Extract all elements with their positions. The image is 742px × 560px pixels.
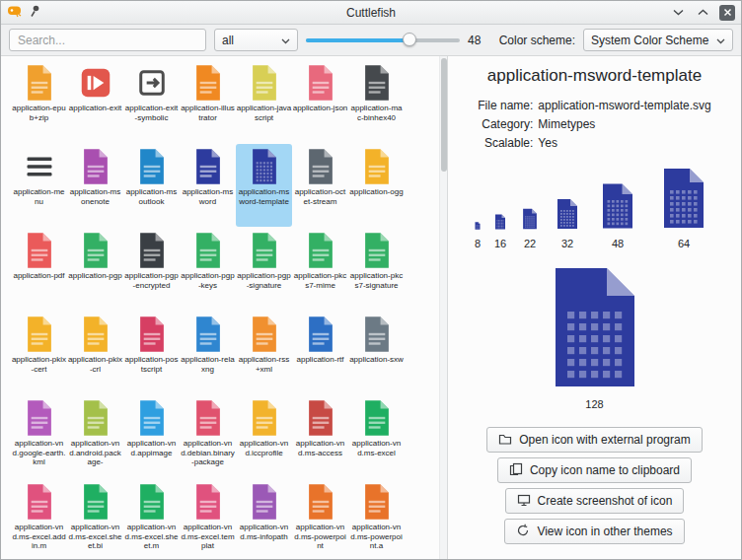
icon-grid-item[interactable]: application-vnd.iccprofile (236, 395, 292, 478)
icon-grid-item[interactable]: application-octet-stream (292, 144, 348, 227)
icon-grid-item[interactable]: application-pkcs7-mime (292, 228, 348, 311)
size-slider[interactable] (306, 30, 460, 51)
icon-grid-item[interactable]: application-pkcs7-signature (348, 228, 405, 311)
icon-grid-item[interactable]: application-msoutlook (123, 144, 180, 227)
preview-icon-large (532, 264, 658, 394)
application-pgp-icon (76, 231, 115, 270)
application-json-icon (301, 63, 340, 103)
icon-grid-item[interactable]: application-pkix-cert (11, 312, 67, 394)
icon-grid-item-label: application-msword-template (237, 187, 292, 206)
icon-grid-item-label: application-pkcs7-mime (293, 271, 348, 290)
application-vnd.ms-excel.addin.m-icon (20, 482, 59, 522)
icon-grid-item-label: application-msonenote (68, 187, 123, 206)
category-dropdown[interactable]: all (214, 29, 298, 51)
application-exit-symbolic-icon (132, 63, 172, 103)
preview-size-32: 32 (552, 198, 583, 249)
icon-grid-item[interactable]: application-menu (11, 144, 67, 227)
icon-grid-item[interactable]: application-vnd.ms-excel.sheet.bi (67, 479, 123, 560)
icon-grid-item[interactable]: application-pkix-crl (67, 312, 123, 394)
icon-grid-item[interactable]: application-vnd.ms-excel.templat (180, 479, 236, 560)
icon-grid-item-label: application-msoutlook (124, 187, 180, 206)
application-pdf-icon (20, 231, 59, 270)
icon-grid-item-label: application-rss+xml (237, 355, 292, 374)
icon-grid-item[interactable]: application-pgp-signature (236, 228, 292, 311)
size-value: 48 (468, 34, 483, 47)
icon-grid-item[interactable]: application-epub+zip (11, 60, 67, 143)
grid-scrollbar[interactable] (439, 56, 447, 559)
icon-grid-item[interactable]: application-ogg (348, 144, 405, 227)
preview-icon (552, 198, 583, 234)
preview-size-label: 32 (561, 238, 573, 249)
icon-grid-item[interactable]: application-exit (67, 60, 123, 143)
icon-grid-item[interactable]: application-vnd.debian.binary-package (180, 395, 236, 478)
icon-grid-item[interactable]: application-postscript (123, 312, 180, 394)
application-pkix-crl-icon (76, 315, 115, 354)
icon-grid-item-label: application-vnd.iccprofile (237, 439, 292, 457)
icon-grid-item[interactable]: application-vnd.ms-excel.addin.m (11, 479, 67, 560)
screenshot-button[interactable]: Create screenshot of icon (505, 488, 685, 514)
icon-grid-item-label: application-mac-binhex40 (349, 104, 405, 122)
icon-grid-item-label: application-ogg (349, 187, 405, 197)
titlebar[interactable]: Cuttlefish (1, 1, 741, 25)
application-pgp-encrypted-icon (132, 231, 172, 270)
icon-grid-item[interactable]: application-sxw (348, 312, 405, 394)
icon-grid-item[interactable]: application-vnd.ms-excel.sheet.m (123, 479, 180, 560)
screenshot-icon (517, 493, 531, 510)
details-panel: application-msword-template File name:ap… (447, 56, 741, 559)
action-button-label: Copy icon name to clipboard (530, 463, 680, 477)
minimize-button[interactable] (670, 5, 686, 21)
size-previews: 81622324864 (474, 167, 715, 249)
category-dropdown-value: all (222, 34, 234, 47)
icon-grid-item[interactable]: application-vnd.ms-powerpoint.a (348, 479, 405, 560)
copy-button[interactable]: Copy icon name to clipboard (497, 457, 692, 483)
preview-size-label: 64 (678, 238, 690, 249)
application-vnd.ms-infopath-icon (245, 482, 284, 522)
icon-grid-item[interactable]: application-relaxng (180, 312, 236, 394)
icon-grid-item[interactable]: application-msword (180, 144, 236, 227)
icon-grid-item[interactable]: application-vnd.android.package- (67, 395, 123, 478)
icon-grid-item-label: application-vnd.ms-access (293, 439, 348, 457)
icon-grid-item-label: application-postscript (124, 355, 180, 374)
icon-grid-item[interactable]: application-vnd.ms-excel (348, 395, 405, 478)
icon-grid-item-label: application-sxw (349, 355, 405, 365)
application-vnd.iccprofile-icon (245, 398, 284, 438)
icon-grid-item[interactable]: application-pgp-keys (180, 228, 236, 311)
icon-grid-item[interactable]: application-pdf (11, 228, 67, 311)
icon-grid-item[interactable]: application-pgp-encrypted (123, 228, 180, 311)
icon-grid-item-label: application-pkix-crl (68, 355, 123, 374)
search-input[interactable] (9, 29, 206, 51)
icon-grid-item[interactable]: application-msword-template (236, 144, 292, 227)
property-value: application-msword-template.svg (538, 99, 710, 112)
icon-grid-item[interactable]: application-vnd.ms-powerpoint (292, 479, 348, 560)
icon-grid-item-label: application-rtf (293, 355, 348, 365)
maximize-button[interactable] (695, 5, 710, 21)
icon-grid-item[interactable]: application-vnd.ms-infopath (236, 479, 292, 560)
folder-open-button[interactable]: Open icon with external program (486, 427, 702, 453)
icon-grid-item[interactable]: application-pgp (67, 228, 123, 311)
icon-grid-item[interactable]: application-vnd.appimage (123, 395, 180, 478)
icon-grid-item[interactable]: application-rtf (292, 312, 348, 394)
action-buttons: Open icon with external programCopy icon… (486, 427, 702, 544)
icon-grid-item[interactable]: application-exit-symbolic (123, 60, 180, 143)
icon-grid-item-label: application-pkix-cert (12, 355, 67, 374)
large-preview: 128 (532, 264, 658, 410)
view-themes-button[interactable]: View icon in other themes (504, 519, 684, 544)
icon-grid-item[interactable]: application-json (292, 60, 348, 143)
icon-grid-item[interactable]: application-msonenote (67, 144, 123, 227)
application-postscript-icon (132, 315, 172, 354)
icon-grid-item[interactable]: application-javascript (236, 60, 292, 143)
grid-scrollbar-thumb[interactable] (441, 58, 447, 172)
pin-icon[interactable] (29, 4, 41, 22)
icon-grid-item[interactable]: application-rss+xml (236, 312, 292, 394)
color-scheme-dropdown[interactable]: System Color Scheme (583, 29, 733, 51)
action-button-label: View icon in other themes (537, 525, 672, 538)
close-button[interactable] (719, 5, 735, 21)
icon-grid-item-label: application-vnd.ms-excel.sheet.bi (68, 523, 123, 551)
icon-grid-item[interactable]: application-mac-binhex40 (348, 60, 405, 143)
size-slider-handle[interactable] (403, 33, 416, 46)
icon-grid-item[interactable]: application-illustrator (180, 60, 236, 143)
preview-size-label: 8 (475, 238, 481, 249)
preview-size-label: 48 (612, 238, 624, 249)
icon-grid-item[interactable]: application-vnd.ms-access (292, 395, 348, 478)
icon-grid-item[interactable]: application-vnd.google-earth.kml (11, 395, 67, 478)
